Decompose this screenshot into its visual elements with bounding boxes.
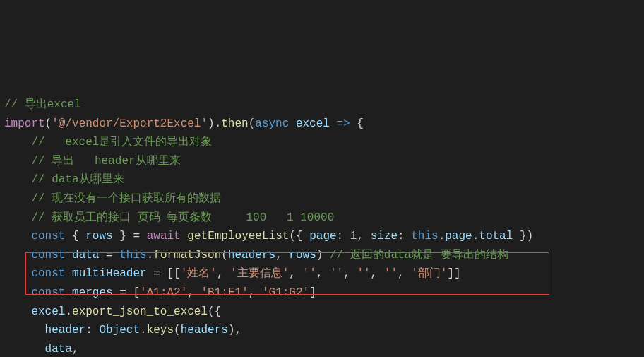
comma: , (72, 343, 79, 356)
colon: : (85, 324, 93, 336)
comment-line: // excel是引入文件的导出对象 (31, 136, 212, 148)
paren: ), (228, 324, 242, 336)
paren: ( (249, 117, 256, 130)
var-excel: excel (31, 305, 65, 318)
fn-export: export_json_to_excel (72, 305, 208, 318)
comma: , (357, 230, 364, 242)
param-excel: excel (296, 117, 330, 130)
paren: }) (520, 230, 533, 242)
comment-line: // 导出 header从哪里来 (31, 155, 180, 168)
paren: ( (45, 117, 52, 130)
dot: . (140, 324, 147, 336)
space (350, 117, 357, 130)
comment-line: // data从哪里来 (31, 173, 124, 186)
var-rows: rows (85, 230, 112, 242)
space (289, 117, 296, 130)
fn-getEmployeeList: getEmployeeList (187, 230, 289, 242)
keyword-import: import (4, 117, 45, 130)
code-block: // 导出excel import('@/vendor/Export2Excel… (4, 76, 640, 357)
keyword-const: const (31, 230, 65, 242)
dot: . (439, 230, 446, 242)
prop-total: total (479, 230, 513, 242)
keyword-async: async (255, 117, 289, 130)
keyword-this: this (411, 230, 438, 242)
keyword-await: await (147, 230, 181, 242)
dot: . (65, 305, 72, 318)
comment-line: // 现在没有一个接口获取所有的数据 (31, 192, 221, 205)
paren: ({ (289, 230, 302, 242)
brace: { (357, 117, 364, 130)
dot: . (472, 230, 479, 242)
arrow: => (330, 117, 350, 130)
prop-page: page (309, 230, 336, 242)
paren: ). (208, 117, 221, 130)
comment-line: // 获取员工的接口 页码 每页条数 100 1 10000 (31, 211, 334, 224)
fn-keys: keys (147, 324, 174, 336)
paren: ( (174, 324, 181, 336)
paren: ({ (208, 305, 221, 318)
prop-size: size (371, 230, 398, 242)
colon: : (337, 230, 344, 242)
colon: : (398, 230, 405, 242)
highlight-box-1 (25, 252, 549, 295)
prop-header: header (45, 324, 86, 336)
prop-page: page (445, 230, 472, 242)
comment-line: // 导出excel (4, 98, 81, 111)
arg-headers: headers (181, 324, 228, 336)
string-literal: '@/vendor/Export2Excel' (52, 117, 208, 130)
obj-Object: Object (99, 324, 140, 336)
brace: { (72, 230, 79, 242)
brace: } (119, 230, 126, 242)
number: 1 (350, 230, 357, 242)
equals: = (133, 230, 140, 242)
method-then: then (221, 117, 248, 130)
prop-data: data (45, 343, 72, 356)
